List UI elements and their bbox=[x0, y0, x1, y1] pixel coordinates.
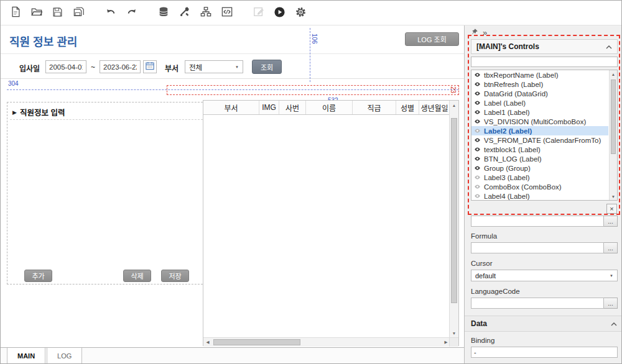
scroll-up-icon[interactable]: ▲ bbox=[450, 101, 458, 109]
dept-select[interactable]: 전체 ▼ bbox=[185, 60, 243, 73]
settings-button[interactable] bbox=[292, 4, 309, 21]
save-button[interactable] bbox=[49, 4, 66, 21]
visibility-eye-icon[interactable] bbox=[474, 99, 481, 106]
view-tabbar: MAINLOG bbox=[1, 347, 464, 364]
visibility-eye-icon[interactable] bbox=[474, 174, 481, 181]
run-button[interactable] bbox=[271, 4, 288, 21]
save-record-button[interactable]: 저장 bbox=[161, 270, 189, 282]
new-document-button[interactable] bbox=[7, 4, 24, 21]
log-search-button[interactable]: LOG 조회 bbox=[405, 32, 459, 46]
code-view-button[interactable] bbox=[218, 4, 235, 21]
language-code-input[interactable] bbox=[471, 298, 604, 309]
control-list-item[interactable]: VS_FROM_DATE (CalendarFromTo) bbox=[471, 135, 608, 145]
ellipsis-button[interactable]: ... bbox=[604, 298, 618, 309]
new-document-icon bbox=[10, 6, 21, 19]
visibility-eye-icon[interactable] bbox=[474, 137, 481, 143]
control-list-item[interactable]: VS_DIVISION (MultiComboBox) bbox=[471, 117, 608, 126]
binding-input[interactable] bbox=[471, 347, 618, 358]
property-value-input[interactable] bbox=[471, 216, 604, 227]
chevron-down-icon: ▼ bbox=[610, 274, 613, 278]
control-list-item[interactable]: Label (Label) bbox=[471, 98, 608, 107]
grid-column-header[interactable]: 성별 bbox=[396, 101, 419, 114]
scrollbar-corner bbox=[449, 337, 458, 347]
page-title: 직원 정보 관리 bbox=[9, 33, 77, 49]
control-list-item[interactable]: ComboBox (ComboBox) bbox=[471, 182, 608, 191]
open-folder-button[interactable] bbox=[28, 4, 45, 21]
horizontal-scroll-thumb[interactable] bbox=[213, 339, 300, 345]
sitemap-button[interactable] bbox=[197, 4, 214, 21]
visibility-eye-icon[interactable] bbox=[474, 193, 481, 199]
ellipsis-button[interactable]: ... bbox=[604, 242, 618, 253]
language-code-label: LanguageCode bbox=[471, 288, 520, 295]
grid-column-header[interactable]: IMG bbox=[259, 101, 279, 114]
measure-left-offset: 304 bbox=[8, 80, 19, 87]
grid-column-header[interactable]: 이름 bbox=[306, 101, 353, 114]
pin-icon[interactable] bbox=[471, 27, 478, 38]
delete-button[interactable]: 삭제 bbox=[123, 270, 151, 282]
control-list-item[interactable]: btnRefresh (Label) bbox=[471, 80, 608, 89]
grid-column-header[interactable]: 사번 bbox=[279, 101, 306, 114]
control-list-item[interactable]: Label3 (Label) bbox=[471, 173, 608, 182]
control-list-item[interactable]: DataGrid (DataGrid) bbox=[471, 89, 608, 98]
search-button[interactable]: 조회 bbox=[252, 60, 282, 74]
controls-section-header[interactable]: [MAIN]'s Controls bbox=[471, 39, 618, 54]
visibility-eye-icon[interactable] bbox=[474, 71, 481, 78]
grid-column-header[interactable]: 직급 bbox=[353, 101, 396, 114]
redo-button[interactable] bbox=[123, 4, 140, 21]
scroll-left-icon[interactable]: ◀ bbox=[203, 338, 212, 347]
app-window: 직원 정보 관리 LOG 조회 입사일 ~ 부서 전체 ▼ 조회 106 304… bbox=[0, 0, 622, 364]
add-button[interactable]: 추가 bbox=[24, 270, 52, 282]
groupbox-title: ▶ 직원정보 입력 bbox=[12, 106, 65, 118]
visibility-eye-icon[interactable] bbox=[474, 90, 481, 97]
visibility-eye-icon[interactable] bbox=[474, 127, 481, 134]
formula-row: ... bbox=[471, 242, 618, 253]
control-list-item[interactable]: textblock1 (Label) bbox=[471, 145, 608, 154]
formula-input[interactable] bbox=[471, 242, 604, 253]
date-to-input[interactable] bbox=[100, 60, 141, 73]
visibility-eye-icon[interactable] bbox=[474, 109, 481, 116]
date-from-input[interactable] bbox=[45, 60, 86, 73]
ellipsis-button[interactable]: ... bbox=[604, 216, 618, 227]
panel-pin-row: » bbox=[471, 27, 487, 38]
grid-column-header[interactable]: 부서 bbox=[203, 101, 259, 114]
control-list-item[interactable]: Label2 (Label) bbox=[471, 126, 608, 135]
groupbox-divider bbox=[10, 119, 203, 120]
design-surface: 직원 정보 관리 LOG 조회 입사일 ~ 부서 전체 ▼ 조회 106 304… bbox=[1, 25, 464, 347]
view-tab[interactable]: MAIN bbox=[7, 348, 45, 364]
visibility-eye-icon[interactable] bbox=[474, 155, 481, 162]
database-button[interactable] bbox=[155, 4, 172, 21]
control-list-item[interactable]: Label4 (Label) bbox=[471, 191, 608, 201]
control-list-item[interactable]: tbxReportName (Label) bbox=[471, 70, 608, 80]
calendar-button[interactable] bbox=[143, 60, 157, 73]
control-list-item[interactable]: BTN_LOG (Label) bbox=[471, 154, 608, 163]
visibility-eye-icon[interactable] bbox=[474, 118, 481, 125]
data-section-header[interactable]: Data bbox=[465, 316, 622, 332]
collapse-panel-icon[interactable]: » bbox=[483, 28, 487, 37]
control-list-item[interactable]: Label1 (Label) bbox=[471, 107, 608, 117]
grid-vertical-scrollbar[interactable]: ▲ ▼ bbox=[449, 101, 458, 337]
list-scroll-thumb[interactable] bbox=[611, 80, 616, 154]
view-tab[interactable]: LOG bbox=[47, 348, 82, 364]
close-controls-button[interactable]: × bbox=[606, 204, 617, 214]
control-item-label: BTN_LOG (Label) bbox=[484, 155, 542, 163]
visibility-eye-icon[interactable] bbox=[474, 146, 481, 153]
visibility-eye-icon[interactable] bbox=[474, 165, 481, 171]
undo-button[interactable] bbox=[102, 4, 119, 21]
scroll-down-icon[interactable]: ▼ bbox=[450, 329, 458, 337]
tools-button[interactable] bbox=[176, 4, 193, 21]
scroll-up-icon[interactable]: ▲ bbox=[610, 70, 617, 78]
controls-list-scrollbar[interactable]: ▲ ▼ bbox=[609, 70, 617, 200]
vertical-scroll-thumb[interactable] bbox=[451, 118, 457, 303]
controls-filter-input[interactable] bbox=[471, 57, 618, 67]
visibility-eye-icon[interactable] bbox=[474, 81, 481, 88]
settings-icon bbox=[295, 6, 307, 20]
control-list-item[interactable]: Group (Group) bbox=[471, 163, 608, 173]
visibility-eye-icon[interactable] bbox=[474, 183, 481, 190]
grid-column-header[interactable]: 생년월일 bbox=[419, 101, 449, 114]
control-item-label: VS_FROM_DATE (CalendarFromTo) bbox=[484, 137, 601, 144]
grid-header-row: 부서IMG사번이름직급성별생년월일 bbox=[203, 101, 449, 115]
grid-horizontal-scrollbar[interactable]: ◀ ▶ bbox=[203, 337, 450, 347]
cursor-select[interactable]: default ▼ bbox=[471, 270, 618, 281]
scroll-down-icon[interactable]: ▼ bbox=[610, 193, 617, 200]
save-all-button[interactable] bbox=[70, 4, 87, 21]
